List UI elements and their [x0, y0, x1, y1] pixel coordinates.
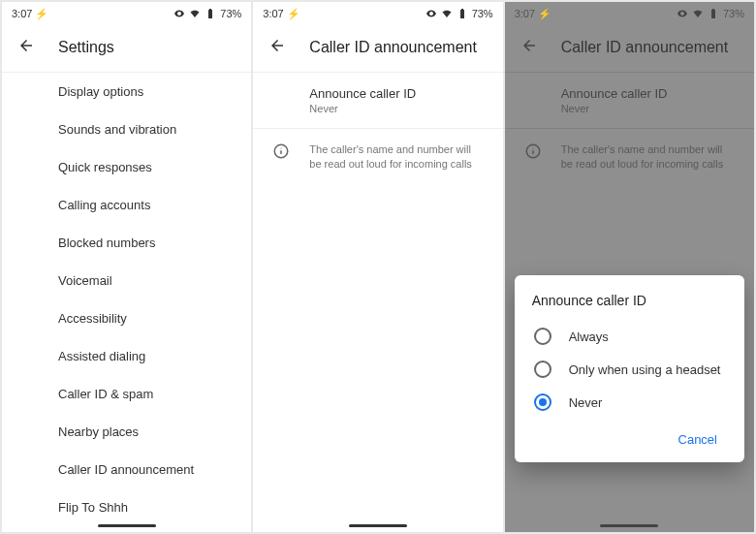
settings-item-calling-accounts[interactable]: Calling accounts [58, 186, 251, 224]
announce-caller-id-pref[interactable]: Announce caller ID Never [505, 73, 754, 128]
option-label: Only when using a headset [569, 362, 721, 377]
svg-point-5 [532, 147, 533, 148]
radio-icon [534, 328, 551, 345]
svg-point-2 [281, 147, 282, 148]
settings-screen: 3:07 ⚡ 73% Settings Display options Soun… [2, 2, 251, 532]
status-bar: 3:07 ⚡ 73% [2, 2, 251, 25]
announce-caller-id-dialog: Announce caller ID Always Only when usin… [515, 275, 744, 462]
page-title: Caller ID announcement [309, 39, 477, 56]
dialog-options: Always Only when using a headset Never [532, 320, 727, 419]
eye-icon [425, 8, 437, 19]
settings-item-blocked-numbers[interactable]: Blocked numbers [58, 224, 251, 262]
status-right: 73% [425, 8, 493, 19]
home-indicator-icon [349, 524, 407, 527]
back-arrow-icon[interactable] [268, 37, 286, 58]
eye-icon [677, 8, 688, 19]
back-arrow-icon[interactable] [17, 37, 35, 58]
caller-id-header: Caller ID announcement [505, 25, 754, 73]
pref-title: Announce caller ID [561, 86, 737, 101]
option-label: Always [569, 330, 609, 344]
status-time: 3:07 ⚡ [263, 8, 299, 20]
radio-selected-icon [534, 393, 551, 411]
home-indicator-icon [600, 524, 658, 527]
radio-icon [534, 361, 551, 378]
cancel-button[interactable]: Cancel [669, 424, 727, 455]
pref-value: Never [561, 103, 737, 114]
dialog-actions: Cancel [532, 424, 727, 455]
status-bar: 3:07 ⚡ 73% [253, 2, 502, 25]
settings-item-assisted-dialing[interactable]: Assisted dialing [58, 337, 251, 375]
settings-item-flip-to-shhh[interactable]: Flip To Shhh [58, 488, 251, 518]
settings-content: Display options Sounds and vibration Qui… [2, 73, 251, 518]
battery-icon [205, 8, 216, 19]
status-bar: 3:07 ⚡ 73% [505, 2, 754, 25]
eye-icon [173, 8, 185, 19]
settings-item-sounds-vibration[interactable]: Sounds and vibration [58, 110, 251, 148]
info-icon [524, 142, 542, 160]
wifi-icon [441, 8, 453, 19]
settings-item-quick-responses[interactable]: Quick responses [58, 148, 251, 186]
caller-id-header: Caller ID announcement [253, 25, 502, 73]
battery-pct: 73% [472, 8, 493, 19]
dialog-option-never[interactable]: Never [532, 386, 727, 419]
page-title: Caller ID announcement [561, 39, 729, 56]
dialog-option-headset[interactable]: Only when using a headset [532, 353, 727, 386]
announce-caller-id-pref[interactable]: Announce caller ID Never [253, 73, 502, 128]
pref-title: Announce caller ID [309, 86, 485, 101]
bolt-icon: ⚡ [538, 8, 551, 19]
dialog-title: Announce caller ID [532, 293, 727, 308]
info-block: The caller's name and number will be rea… [505, 129, 754, 186]
status-right: 73% [173, 8, 241, 19]
settings-item-caller-id-announcement[interactable]: Caller ID announcement [58, 451, 251, 488]
status-time: 3:07 ⚡ [515, 8, 551, 20]
nav-bar[interactable] [505, 518, 754, 532]
battery-icon [708, 8, 719, 19]
bolt-icon: ⚡ [287, 8, 300, 19]
settings-item-accessibility[interactable]: Accessibility [58, 299, 251, 337]
settings-header: Settings [2, 25, 251, 73]
bolt-icon: ⚡ [35, 8, 48, 19]
info-block: The caller's name and number will be rea… [253, 129, 502, 186]
battery-pct: 73% [220, 8, 241, 19]
settings-item-display-options[interactable]: Display options [58, 73, 251, 110]
dialog-option-always[interactable]: Always [532, 320, 727, 353]
nav-bar[interactable] [2, 518, 251, 532]
pref-value: Never [309, 103, 485, 114]
status-right: 73% [677, 8, 744, 19]
caller-id-announcement-screen: 3:07 ⚡ 73% Caller ID announcement Announ… [253, 2, 502, 532]
caller-id-dialog-screen: 3:07 ⚡ 73% Caller ID announcement Announ… [505, 2, 754, 532]
status-time: 3:07 ⚡ [12, 8, 48, 20]
settings-item-caller-id-spam[interactable]: Caller ID & spam [58, 375, 251, 413]
info-text: The caller's name and number will be rea… [561, 142, 737, 173]
info-icon [272, 142, 290, 160]
home-indicator-icon [98, 524, 156, 527]
settings-item-voicemail[interactable]: Voicemail [58, 262, 251, 299]
settings-list: Display options Sounds and vibration Qui… [2, 73, 251, 518]
settings-item-nearby-places[interactable]: Nearby places [58, 413, 251, 451]
battery-pct: 73% [723, 8, 744, 19]
caller-id-content: Announce caller ID Never The caller's na… [253, 73, 502, 518]
page-title: Settings [58, 39, 114, 56]
wifi-icon [189, 8, 201, 19]
option-label: Never [569, 395, 603, 410]
wifi-icon [692, 8, 704, 19]
info-text: The caller's name and number will be rea… [309, 142, 485, 173]
back-arrow-icon[interactable] [520, 37, 538, 58]
battery-icon [457, 8, 468, 19]
nav-bar[interactable] [253, 518, 502, 532]
